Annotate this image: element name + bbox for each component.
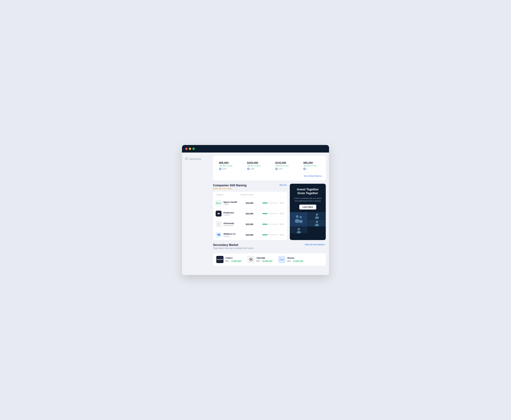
minimize-button[interactable] bbox=[189, 148, 191, 150]
sec-change-badge: +1.55% 24h bbox=[230, 260, 243, 262]
secondary-card-info: TalentQL $10 +2.38% 24h bbox=[257, 257, 274, 262]
secondary-market-section: Secondary Market Trade tokens that have … bbox=[213, 243, 326, 266]
secondary-section-title: Secondary Market bbox=[213, 243, 253, 247]
team-photo-1 bbox=[290, 212, 308, 226]
team-photo-4 bbox=[290, 227, 308, 233]
progress-bar-fill bbox=[262, 224, 267, 225]
sidebar-item-deal-rooms[interactable]: Deal Rooms bbox=[182, 156, 211, 162]
svg-point-7 bbox=[296, 215, 298, 218]
browser-window: Deal Rooms $65,000 +$3,452 (1.63%) 💬 143… bbox=[182, 145, 329, 275]
svg-point-10 bbox=[299, 220, 303, 223]
companies-section: Companies Still Raising Better late than… bbox=[213, 184, 287, 240]
col-header-amount: Amount to raise bbox=[241, 194, 259, 196]
sec-price-row: $10 +3.44% 24h bbox=[287, 260, 304, 262]
sidebar: Deal Rooms bbox=[182, 152, 211, 275]
table-row[interactable]: Fluidcoins Finance $30,000 30% bbox=[213, 208, 287, 219]
progress-bar-bg bbox=[262, 234, 279, 235]
svg-point-12 bbox=[315, 216, 319, 219]
progress-bar-bg bbox=[262, 224, 279, 225]
company-name: WeMove Co bbox=[223, 233, 246, 235]
deal-card-change: +$3,452 (1.63%) bbox=[275, 165, 296, 167]
svg-point-9 bbox=[300, 216, 302, 218]
secondary-company-name: TalentQL bbox=[257, 257, 274, 259]
maximize-button[interactable] bbox=[192, 148, 195, 150]
sec-price-row: $10 +1.55% 24h bbox=[225, 260, 243, 262]
chat-icon: 💬 bbox=[275, 168, 278, 170]
company-amount: $30,000 bbox=[246, 212, 262, 215]
deal-cards-row: $65,000 +$3,452 (1.63%) 💬 1430 $100,000 … bbox=[216, 159, 322, 172]
deal-card[interactable]: $100,000 +$3,452 (1.63%) 💬 1430 bbox=[244, 159, 271, 172]
progress-bar-fill bbox=[262, 202, 267, 203]
progress-pct: 30% bbox=[280, 202, 285, 204]
svg-point-13 bbox=[316, 221, 318, 223]
secondary-card-info: Collect $10 +1.55% 24h bbox=[225, 257, 243, 262]
chat-icon: 💬 bbox=[303, 168, 306, 170]
go-to-deal-rooms-link[interactable]: Go to Deal Rooms › bbox=[216, 175, 322, 177]
companies-table: Company Amount to raise Nguvu Nguvu Heal… bbox=[213, 192, 287, 240]
deal-card-meta: 💬 1430 bbox=[275, 168, 296, 170]
sec-price: $10 bbox=[225, 260, 229, 262]
company-name: Fluidcoins bbox=[223, 211, 246, 214]
view-all-secondaries-link[interactable]: View All Secondaries › bbox=[305, 243, 326, 246]
deal-card-messages: 1430 bbox=[250, 168, 254, 170]
secondary-cards: COLLECT Collect $10 +1.55% 24h bbox=[213, 253, 326, 266]
company-amount: $30,000 bbox=[246, 202, 262, 204]
fluidcoins-logo bbox=[216, 211, 221, 217]
deal-rooms-label: Deal Rooms bbox=[190, 158, 201, 160]
col-header-company: Company bbox=[216, 194, 241, 196]
deal-card-messages: 1430 bbox=[278, 168, 282, 170]
deal-card-meta: 💬 1 bbox=[303, 168, 322, 170]
progress-col: 30% bbox=[262, 223, 285, 225]
learn-more-button[interactable]: Learn More bbox=[299, 205, 316, 210]
secondary-card-talentql[interactable]: TalentQL $10 +2.38% 24h bbox=[247, 256, 274, 263]
sec-price: $10 bbox=[287, 260, 291, 262]
secondary-header-row: Secondary Market Trade tokens that have … bbox=[213, 243, 326, 251]
table-row[interactable]: Nguvu Nguvu Health Health $30,000 bbox=[213, 198, 287, 208]
team-photo-2 bbox=[308, 212, 326, 219]
nguvu-logo: Nguvu bbox=[216, 200, 221, 206]
close-button[interactable] bbox=[185, 148, 188, 150]
deal-rooms-strip: $65,000 +$3,452 (1.63%) 💬 1430 $100,000 … bbox=[213, 156, 326, 180]
company-info: Fluidcoins Finance bbox=[223, 211, 246, 216]
deal-card[interactable]: $65,000 +$3,452 (1.63%) 💬 1 bbox=[301, 159, 322, 172]
deal-card-messages: 1 bbox=[306, 168, 307, 170]
deal-card-messages: 1430 bbox=[222, 168, 226, 170]
see-all-link[interactable]: See all › bbox=[279, 184, 287, 186]
svg-point-18 bbox=[250, 259, 252, 260]
deal-card[interactable]: $125,000 +$3,452 (1.63%) 💬 1430 bbox=[273, 159, 299, 172]
company-name: Nguvu Health bbox=[223, 201, 246, 203]
table-row[interactable]: Onboardly Productivity $30,000 30% bbox=[213, 219, 287, 229]
onboardly-logo bbox=[216, 221, 221, 227]
company-category: Logistics bbox=[223, 235, 246, 237]
svg-point-15 bbox=[298, 228, 300, 230]
svg-point-11 bbox=[316, 213, 318, 216]
browser-body: Deal Rooms $65,000 +$3,452 (1.63%) 💬 143… bbox=[182, 152, 329, 275]
progress-col: 30% bbox=[262, 234, 285, 236]
progress-bar-fill bbox=[262, 234, 267, 235]
company-category: Health bbox=[223, 203, 246, 205]
deal-card-change: +$3,452 (1.63%) bbox=[219, 165, 240, 167]
company-info: Nguvu Health Health bbox=[223, 201, 246, 205]
invest-card-title: Invest Together Grow Together bbox=[293, 188, 322, 195]
company-info: Onboardly Productivity bbox=[223, 222, 246, 226]
companies-header-row: Companies Still Raising Better late than… bbox=[213, 184, 287, 192]
deal-card-amount: $125,000 bbox=[275, 162, 296, 165]
col-header-progress bbox=[259, 194, 285, 196]
table-row[interactable]: WeMove Co Logistics $30,000 30% bbox=[213, 229, 287, 240]
deal-card[interactable]: $65,000 +$3,452 (1.63%) 💬 1430 bbox=[216, 159, 243, 172]
company-category: Productivity bbox=[223, 225, 246, 226]
main-content: $65,000 +$3,452 (1.63%) 💬 1430 $100,000 … bbox=[211, 152, 329, 275]
secondary-card-breeze[interactable]: breeze. Breeze $10 +3.44% 24h bbox=[278, 256, 304, 263]
progress-col: 30% bbox=[262, 202, 285, 204]
deal-card-change: +$3,452 (1.63%) bbox=[303, 165, 322, 167]
secondary-card-collect[interactable]: COLLECT Collect $10 +1.55% 24h bbox=[216, 256, 243, 263]
collect-logo: COLLECT bbox=[216, 256, 223, 263]
deal-card-meta: 💬 1430 bbox=[247, 168, 268, 170]
invest-card-top: Invest Together Grow Together Create a s… bbox=[290, 184, 326, 212]
svg-point-8 bbox=[295, 219, 299, 223]
table-header-row: Company Amount to raise bbox=[213, 192, 287, 198]
sec-price-row: $10 +2.38% 24h bbox=[257, 260, 274, 262]
browser-header bbox=[182, 145, 329, 152]
secondary-company-name: Breeze bbox=[287, 257, 304, 259]
invest-together-card: Invest Together Grow Together Create a s… bbox=[290, 184, 326, 240]
